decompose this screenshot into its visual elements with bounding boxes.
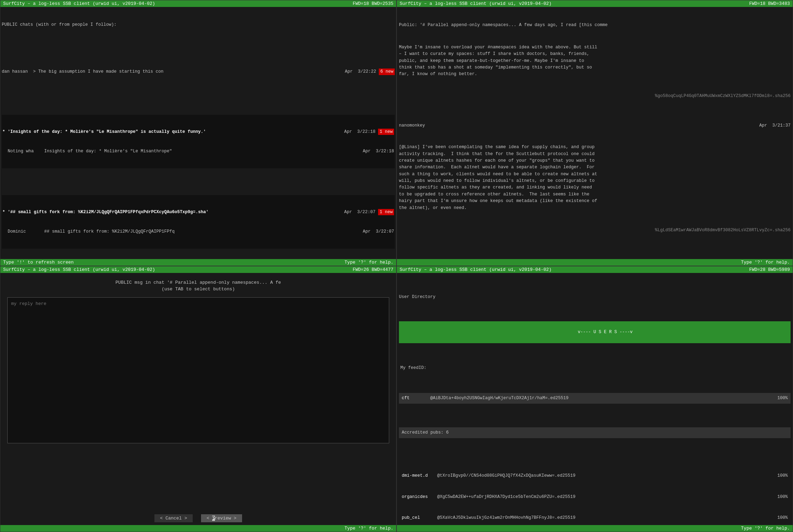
title-bar-top-left: SurfCity – a log-less SSB client (urwid … — [0, 0, 396, 7]
tr-body2: [@Linas] I've been contemplating the sam… — [399, 144, 791, 211]
pub-name-1: organicdes — [402, 494, 433, 500]
thread-small-gifts[interactable]: * '## small gifts fork from: %K2i2M/JLQg… — [2, 195, 395, 249]
pub-key-1: @XgC5wDA2EW++ufaDrjRDHXA7Dyd1ce5bTenCm2u… — [437, 494, 773, 500]
reply-input[interactable] — [7, 297, 389, 443]
accredited-header: Accredited pubs: 6 — [399, 427, 791, 438]
pane-bottom-left: SurfCity – a log-less SSB client (urwid … — [0, 266, 397, 532]
title-right-br: FWD=28 BWD=5989 — [749, 267, 790, 272]
pub-row-2: pub_cel @5XaVcAJ5DklwuuIkjGz4lwm2rOnMHHo… — [399, 514, 791, 522]
thread-insights[interactable]: * 'Insights of the day: * Molière's "Le … — [2, 115, 395, 168]
tr-date2: Apr 3/21:37 — [759, 122, 791, 129]
thread-author-1: dan hassan > The big assumption I have m… — [2, 68, 163, 75]
status-bar-tl: Type '!' to refresh screen Type '?' for … — [0, 259, 396, 266]
pub-name-0: dmi-meet.d — [402, 473, 433, 479]
my-feed-row: cft @AiBJDta+4boyh2USNGwIagH/wKjeruTcDX2… — [399, 393, 791, 404]
dialog-subtitle: (use TAB to select buttons) — [0, 287, 396, 296]
thread-date-3: Apr 3/22:07 — [344, 209, 375, 216]
tr-public-header: Public: '# Parallel append-only namespac… — [399, 22, 791, 29]
status-left-tl: Type '!' to refresh screen — [3, 260, 74, 265]
title-left-tl: SurfCity – a log-less SSB client (urwid … — [3, 1, 155, 6]
my-feed-label: My feedID: — [399, 365, 791, 371]
title-right-bl: FWD=26 BWD=4477 — [353, 267, 393, 272]
title-bar-bottom-right: SurfCity – a log-less SSB client (urwid … — [397, 266, 793, 273]
cancel-button[interactable]: < Cancel > — [154, 514, 193, 522]
tr-sha1: %go58oqCuqLP4Gq0TAHMuUWxmCzWXlYZSdMKl7fO… — [399, 93, 791, 99]
preview-button[interactable]: < Preview > — [201, 514, 242, 522]
dialog-body-area — [0, 296, 396, 510]
tr-body: Maybe I'm insane to overload your #names… — [399, 44, 791, 78]
status-bar-tr: Type '?' for help. — [397, 259, 793, 266]
status-bar-br: Type '?' for help. — [397, 525, 793, 532]
title-left-tr: SurfCity – a log-less SSB client (urwid … — [400, 1, 552, 6]
content-bottom-right: User Directory v---- U S E R S ----v My … — [397, 273, 793, 525]
pub-pct-0: 100% — [777, 473, 788, 479]
status-bar-bl: Type '?' for help. — [0, 525, 396, 532]
title-right-tl: FWD=18 BWD=2535 — [353, 1, 393, 6]
pub-pct-2: 100% — [777, 515, 788, 521]
pub-key-0: @tXroIBgvp0//CNS4od08GiPHQJQ7fX4ZxDQasuK… — [437, 473, 773, 479]
tr-sha2: %LgLdSEaM1wrAWJaBVoR8dmvBf3082HoLsVZ8RTL… — [399, 227, 791, 234]
status-right-br: Type '?' for help. — [741, 526, 790, 531]
pub-name-2: pub_cel — [402, 515, 433, 521]
status-right-tr: Type '?' for help. — [741, 260, 790, 265]
title-right-tr: FWD=18 BWD=3483 — [749, 1, 790, 6]
title-left-br: SurfCity – a log-less SSB client (urwid … — [400, 267, 552, 272]
content-top-right: Public: '# Parallel append-only namespac… — [397, 7, 793, 259]
subdate-2a: Apr 3/22:18 — [363, 148, 394, 155]
title-bar-bottom-left: SurfCity – a log-less SSB client (urwid … — [0, 266, 396, 273]
pub-pct-1: 100% — [777, 494, 788, 500]
my-feed-key: @AiBJDta+4boyh2USNGwIagH/wKjeruTcDX2Aj1r… — [430, 395, 773, 402]
pane-top-right: SurfCity – a log-less SSB client (urwid … — [397, 0, 793, 266]
thread-title-3: * '## small gifts fork from: %K2i2M/JLQg… — [2, 209, 209, 216]
content-top-left: PUBLIC chats (with or from people I foll… — [0, 7, 396, 259]
cursor-block: P — [212, 516, 215, 521]
pane-bottom-right: SurfCity – a log-less SSB client (urwid … — [397, 266, 793, 532]
thread-dan-hassan[interactable]: dan hassan > The big assumption I have m… — [2, 55, 395, 88]
badge-1: 6 new — [379, 68, 395, 75]
public-header: PUBLIC chats (with or from people I foll… — [2, 22, 395, 28]
pubs-list: dmi-meet.d @tXroIBgvp0//CNS4od08GiPHQJQ7… — [399, 459, 791, 525]
subdate-3a: Apr 3/22:07 — [363, 228, 394, 235]
dialog-title-text: PUBLIC msg in chat '# Parallel append-on… — [115, 280, 281, 285]
users-label: v---- U S E R S ----v — [578, 330, 633, 334]
user-directory-header: User Directory — [399, 294, 791, 300]
my-feed-name: cft — [402, 395, 426, 402]
title-bar-top-right: SurfCity – a log-less SSB client (urwid … — [397, 0, 793, 7]
thread-title-2: * 'Insights of the day: * Molière's "Le … — [2, 129, 206, 135]
dialog-header: PUBLIC msg in chat '# Parallel append-on… — [0, 273, 396, 287]
subline-3a: Dominic ## small gifts fork from: %K2i2M… — [2, 228, 175, 235]
thread-date-1: Apr 3/22:22 — [345, 68, 376, 75]
my-feed-pct: 100% — [777, 395, 788, 402]
main-grid: SurfCity – a log-less SSB client (urwid … — [0, 0, 793, 532]
subline-2a: Noting wha Insights of the day: * Molièr… — [2, 148, 172, 155]
pub-row-0: dmi-meet.d @tXroIBgvp0//CNS4od08GiPHQJQ7… — [399, 472, 791, 480]
badge-2: 1 new — [378, 129, 394, 135]
title-left-bl: SurfCity – a log-less SSB client (urwid … — [3, 267, 155, 272]
status-right-tl: Type '?' for help. — [345, 260, 393, 265]
users-label-bar: v---- U S E R S ----v — [399, 321, 791, 343]
badge-3: 1 new — [378, 209, 394, 216]
thread-date-2: Apr 3/22:18 — [344, 129, 375, 135]
status-right-bl: Type '?' for help. — [345, 526, 393, 531]
pub-key-2: @5XaVcAJ5DklwuuIkjGz4lwm2rOnMHHovhNg7BFF… — [437, 515, 773, 521]
tr-author2: nanomonkey — [399, 122, 425, 129]
dialog-buttons-row: < Cancel > < Preview > — [0, 510, 396, 525]
pane-top-left: SurfCity – a log-less SSB client (urwid … — [0, 0, 397, 266]
pub-row-1: organicdes @XgC5wDA2EW++ufaDrjRDHXA7Dyd1… — [399, 493, 791, 501]
